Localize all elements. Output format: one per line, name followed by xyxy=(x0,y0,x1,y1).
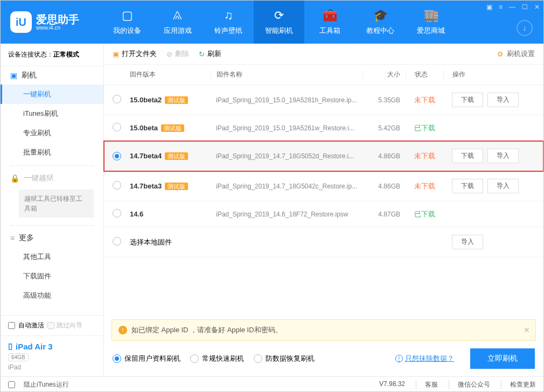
nav-label: 我的设备 xyxy=(113,26,141,36)
customer-service-link[interactable]: 客服 xyxy=(416,380,438,389)
window-close-icon[interactable]: ✕ xyxy=(534,3,540,11)
table-row[interactable]: 选择本地固件导入 xyxy=(104,227,543,257)
row-action-button[interactable]: 下载 xyxy=(452,149,483,163)
beta-tag: 测试版 xyxy=(165,152,188,160)
flash-mode-option[interactable]: 防数据恢复刷机 xyxy=(254,354,315,363)
row-radio[interactable] xyxy=(113,209,121,218)
row-version: 15.0beta xyxy=(130,124,158,132)
nav-item-4[interactable]: 🧰工具箱 xyxy=(304,1,355,44)
flash-mode-radio[interactable] xyxy=(113,354,121,363)
sidebar-item-0[interactable]: 一键刷机 xyxy=(1,85,103,104)
row-radio[interactable] xyxy=(113,95,121,103)
flash-now-button[interactable]: 立即刷机 xyxy=(470,348,535,369)
status-bar: 阻止iTunes运行 V7.98.32 客服 微信公众号 检查更新 xyxy=(1,376,543,392)
window-minimize-icon[interactable]: — xyxy=(509,3,515,11)
nav-icon: ⩓ xyxy=(172,9,184,23)
nav-label: 爱思商城 xyxy=(417,26,445,36)
flash-icon: ▣ xyxy=(10,71,17,80)
nav-label: 智能刷机 xyxy=(265,26,293,36)
table-row[interactable]: 14.7beta4测试版iPad_Spring_2019_14.7_18G505… xyxy=(104,141,543,171)
flash-mode-radio[interactable] xyxy=(254,354,262,363)
nav-item-5[interactable]: 🎓教程中心 xyxy=(355,1,406,44)
delete-icon: ⊘ xyxy=(166,50,172,58)
close-icon[interactable]: ✕ xyxy=(524,326,530,334)
window-skin-icon[interactable]: ▣ xyxy=(486,3,492,11)
col-size: 大小 xyxy=(362,70,400,79)
row-action-button[interactable]: 下载 xyxy=(452,179,483,193)
row-version: 14.6 xyxy=(130,210,143,218)
sidebar-more-item-1[interactable]: 下载固件 xyxy=(1,267,103,286)
refresh-button[interactable]: ↻ 刷新 xyxy=(199,49,221,59)
table-row[interactable]: 14.6iPad_Spring_2019_14.6_18F72_Restore.… xyxy=(104,201,543,227)
wechat-link[interactable]: 微信公众号 xyxy=(449,380,490,389)
device-capacity: 64GB xyxy=(8,353,29,361)
sidebar-item-2[interactable]: 专业刷机 xyxy=(1,123,103,143)
row-radio[interactable] xyxy=(113,237,121,246)
row-status: 已下载 xyxy=(406,209,443,219)
more-label: 更多 xyxy=(19,233,34,243)
nav-icon: ⟳ xyxy=(274,9,284,23)
row-version: 15.0beta2 xyxy=(130,96,162,104)
check-update-link[interactable]: 检查更新 xyxy=(501,380,536,389)
sidebar-item-3[interactable]: 批量刷机 xyxy=(1,143,103,162)
row-status: 已下载 xyxy=(406,123,443,133)
auto-activate-checkbox[interactable] xyxy=(8,322,15,329)
folder-icon: ▣ xyxy=(113,50,119,58)
notice-text: 如已绑定 Apple ID ，请准备好 Apple ID和密码。 xyxy=(131,325,282,335)
skip-guide-checkbox[interactable] xyxy=(47,322,54,329)
nav-icon: ♫ xyxy=(224,9,233,23)
row-version: 选择本地固件 xyxy=(130,238,172,246)
main-panel: ▣ 打开文件夹 ⊘ 删除 ↻ 刷新 ⚙ 刷机设置 固件版本 固件名称 大小 状态… xyxy=(104,44,543,376)
nav-item-6[interactable]: 🏬爱思商城 xyxy=(406,1,456,44)
block-itunes-label: 阻止iTunes运行 xyxy=(24,380,69,389)
nav-icon: ▢ xyxy=(122,9,133,23)
window-menu-icon[interactable]: ≡ xyxy=(499,3,503,11)
nav-item-1[interactable]: ⩓应用游戏 xyxy=(152,1,203,44)
row-radio[interactable] xyxy=(113,152,121,160)
row-action-button[interactable]: 导入 xyxy=(452,235,483,249)
sidebar-flash-head[interactable]: ▣ 刷机 xyxy=(1,66,103,85)
table-row[interactable]: 15.0beta2测试版iPad_Spring_2019_15.0_19A528… xyxy=(104,85,543,115)
nav-icon: 🎓 xyxy=(373,9,388,23)
row-radio[interactable] xyxy=(113,123,121,131)
nav-item-3[interactable]: ⟳智能刷机 xyxy=(254,1,304,44)
flash-settings-button[interactable]: ⚙ 刷机设置 xyxy=(497,49,535,59)
sidebar-more-item-2[interactable]: 高级功能 xyxy=(1,286,103,305)
row-action-button[interactable]: 导入 xyxy=(487,179,519,193)
window-maximize-icon[interactable]: ☐ xyxy=(522,3,528,11)
row-version: 14.7beta4 xyxy=(130,152,162,160)
conn-value: 正常模式 xyxy=(53,51,79,58)
device-name[interactable]: ▯ iPad Air 3 xyxy=(8,341,96,351)
flash-mode-radio[interactable] xyxy=(190,354,199,363)
row-size: 4.86GB xyxy=(362,152,400,160)
row-action-button[interactable]: 导入 xyxy=(487,149,519,163)
logo: iU 爱思助手 www.i4.cn xyxy=(10,11,102,33)
table-row[interactable]: 14.7beta3测试版iPad_Spring_2019_14.7_18G504… xyxy=(104,171,543,201)
nav-item-2[interactable]: ♫铃声壁纸 xyxy=(203,1,254,44)
tablet-icon: ▯ xyxy=(8,341,12,351)
erase-data-link[interactable]: !只想抹除数据？ xyxy=(395,354,454,363)
sidebar-more-head[interactable]: ≡ 更多 xyxy=(1,229,103,247)
sidebar-item-1[interactable]: iTunes刷机 xyxy=(1,104,103,123)
nav-label: 铃声壁纸 xyxy=(214,26,242,36)
nav-label: 应用游戏 xyxy=(164,26,192,36)
nav-item-0[interactable]: ▢我的设备 xyxy=(102,1,152,44)
row-status: 未下载 xyxy=(406,181,443,191)
top-nav: ▢我的设备⩓应用游戏♫铃声壁纸⟳智能刷机🧰工具箱🎓教程中心🏬爱思商城 xyxy=(102,1,456,44)
block-itunes-checkbox[interactable] xyxy=(8,381,15,388)
connection-status: 设备连接状态：正常模式 xyxy=(1,44,103,66)
row-size: 5.35GB xyxy=(362,96,400,104)
sidebar-more-item-0[interactable]: 其他工具 xyxy=(1,247,103,267)
row-size: 5.42GB xyxy=(362,124,400,132)
row-size: 4.86GB xyxy=(362,183,400,190)
table-row[interactable]: 15.0beta测试版iPad_Spring_2019_15.0_19A5261… xyxy=(104,115,543,141)
row-action-button[interactable]: 下载 xyxy=(452,93,483,107)
flash-mode-option[interactable]: 常规快速刷机 xyxy=(190,354,244,363)
nav-icon: 🧰 xyxy=(323,9,337,23)
flash-mode-option[interactable]: 保留用户资料刷机 xyxy=(113,354,180,363)
row-action-button[interactable]: 导入 xyxy=(487,93,519,107)
download-indicator-icon[interactable]: ↓ xyxy=(517,20,533,36)
sidebar-jailbreak-head: 🔒 一键越狱 xyxy=(1,169,103,187)
open-folder-button[interactable]: ▣ 打开文件夹 xyxy=(113,49,157,59)
row-radio[interactable] xyxy=(113,181,121,190)
